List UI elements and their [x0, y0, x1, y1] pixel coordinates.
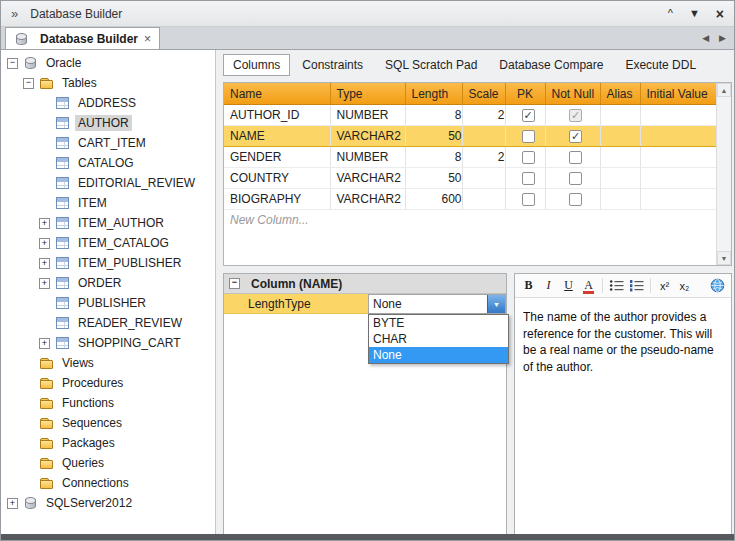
grid-scrollbar[interactable]: ▲ ▼: [716, 83, 731, 265]
cell-type[interactable]: VARCHAR2: [330, 189, 405, 210]
not-null-checkbox[interactable]: [569, 151, 582, 164]
expander-icon[interactable]: [39, 338, 50, 349]
collapse-icon[interactable]: ^: [668, 8, 673, 19]
hyperlink-globe-button[interactable]: [708, 276, 727, 295]
cell-scale[interactable]: [462, 168, 505, 189]
cell-alias[interactable]: [600, 189, 640, 210]
tree-item-tables[interactable]: Tables: [1, 73, 215, 93]
cell-length[interactable]: 600: [405, 189, 462, 210]
cell-length[interactable]: 8: [405, 147, 462, 168]
cell-type[interactable]: NUMBER: [330, 105, 405, 126]
tab-constraints[interactable]: Constraints: [292, 54, 373, 76]
cell-scale[interactable]: [462, 189, 505, 210]
not-null-checkbox[interactable]: [569, 193, 582, 206]
cell-initial-value[interactable]: [640, 189, 717, 210]
pk-checkbox[interactable]: [522, 172, 535, 185]
cell-name[interactable]: GENDER: [224, 147, 330, 168]
table-row[interactable]: NAME VARCHAR2 50: [224, 126, 717, 147]
tree-item-item-publisher[interactable]: ITEM_PUBLISHER: [1, 253, 215, 273]
cell-scale[interactable]: 2: [462, 147, 505, 168]
tab-sql-scratch-pad[interactable]: SQL Scratch Pad: [375, 54, 487, 76]
cell-alias[interactable]: [600, 147, 640, 168]
table-row[interactable]: COUNTRY VARCHAR2 50: [224, 168, 717, 189]
cell-length[interactable]: 50: [405, 168, 462, 189]
expander-icon[interactable]: [7, 498, 18, 509]
scrollbar-track[interactable]: [717, 97, 731, 251]
tab-columns[interactable]: Columns: [223, 54, 290, 76]
pk-checkbox[interactable]: [522, 109, 535, 122]
cell-alias[interactable]: [600, 126, 640, 147]
property-row-lengthtype[interactable]: LengthType None ▼: [224, 294, 506, 314]
cell-name[interactable]: COUNTRY: [224, 168, 330, 189]
new-column-row[interactable]: New Column...: [224, 210, 717, 231]
table-row[interactable]: AUTHOR_ID NUMBER 8 2: [224, 105, 717, 126]
tree-item-oracle[interactable]: Oracle: [1, 53, 215, 73]
cell-alias[interactable]: [600, 168, 640, 189]
cell-alias[interactable]: [600, 105, 640, 126]
cell-length[interactable]: 50: [405, 126, 462, 147]
tab-close-icon[interactable]: ×: [144, 32, 151, 46]
cell-initial-value[interactable]: [640, 126, 717, 147]
cell-type[interactable]: VARCHAR2: [330, 168, 405, 189]
property-group-header[interactable]: Column (NAME): [224, 274, 506, 294]
tree-item-shopping-cart[interactable]: SHOPPING_CART: [1, 333, 215, 353]
cell-name[interactable]: NAME: [224, 126, 330, 147]
not-null-checkbox[interactable]: [569, 130, 582, 143]
cell-scale[interactable]: [462, 126, 505, 147]
tree-item-catalog[interactable]: CATALOG: [1, 153, 215, 173]
cell-initial-value[interactable]: [640, 147, 717, 168]
overflow-chevrons-icon[interactable]: »: [11, 6, 18, 21]
cell-type[interactable]: VARCHAR2: [330, 126, 405, 147]
pk-checkbox[interactable]: [522, 130, 535, 143]
font-color-button[interactable]: A: [579, 276, 598, 295]
tree-item-address[interactable]: ADDRESS: [1, 93, 215, 113]
tree-item-order[interactable]: ORDER: [1, 273, 215, 293]
tab-execute-ddl[interactable]: Execute DDL: [615, 54, 706, 76]
tree-item-procedures[interactable]: Procedures: [1, 373, 215, 393]
cell-initial-value[interactable]: [640, 105, 717, 126]
new-column-label[interactable]: New Column...: [224, 210, 717, 231]
cell-type[interactable]: NUMBER: [330, 147, 405, 168]
not-null-checkbox[interactable]: [569, 172, 582, 185]
pk-checkbox[interactable]: [522, 193, 535, 206]
superscript-button[interactable]: x²: [655, 276, 674, 295]
expander-icon[interactable]: [39, 218, 50, 229]
dropdown-option-byte[interactable]: BYTE: [369, 315, 508, 331]
table-row[interactable]: GENDER NUMBER 8 2: [224, 147, 717, 168]
cell-length[interactable]: 8: [405, 105, 462, 126]
scroll-up-icon[interactable]: ▲: [717, 83, 731, 97]
cell-scale[interactable]: 2: [462, 105, 505, 126]
notes-text[interactable]: The name of the author provides a refere…: [515, 298, 731, 386]
cell-name[interactable]: BIOGRAPHY: [224, 189, 330, 210]
italic-button[interactable]: I: [539, 276, 558, 295]
tab-scroll-right-icon[interactable]: ▶: [719, 33, 726, 43]
collapse-box-icon[interactable]: [229, 278, 240, 289]
pk-checkbox[interactable]: [522, 151, 535, 164]
menu-dropdown-icon[interactable]: ▼: [689, 8, 700, 19]
chevron-down-icon[interactable]: ▼: [487, 295, 505, 313]
tree-item-editorial-review[interactable]: EDITORIAL_REVIEW: [1, 173, 215, 193]
tree-item-cart-item[interactable]: CART_ITEM: [1, 133, 215, 153]
tree-item-publisher[interactable]: PUBLISHER: [1, 293, 215, 313]
tree-item-functions[interactable]: Functions: [1, 393, 215, 413]
expander-icon[interactable]: [23, 78, 34, 89]
cell-name[interactable]: AUTHOR_ID: [224, 105, 330, 126]
table-row[interactable]: BIOGRAPHY VARCHAR2 600: [224, 189, 717, 210]
tree-item-reader-review[interactable]: READER_REVIEW: [1, 313, 215, 333]
close-icon[interactable]: ×: [716, 7, 724, 21]
scroll-down-icon[interactable]: ▼: [717, 251, 731, 265]
tree-item-sequences[interactable]: Sequences: [1, 413, 215, 433]
tree-item-sqlserver2012[interactable]: SQLServer2012: [1, 493, 215, 513]
lengthtype-combobox[interactable]: None ▼: [368, 294, 506, 314]
tab-database-builder[interactable]: Database Builder ×: [5, 27, 160, 49]
bold-button[interactable]: B: [519, 276, 538, 295]
tree-item-queries[interactable]: Queries: [1, 453, 215, 473]
tree-item-author[interactable]: AUTHOR: [1, 113, 215, 133]
tab-scroll-left-icon[interactable]: ◀: [702, 33, 709, 43]
dropdown-option-none[interactable]: None: [369, 347, 508, 363]
underline-button[interactable]: U: [559, 276, 578, 295]
bullet-list-button[interactable]: [607, 276, 626, 295]
tree-item-item-author[interactable]: ITEM_AUTHOR: [1, 213, 215, 233]
expander-icon[interactable]: [39, 258, 50, 269]
tree-item-item-catalog[interactable]: ITEM_CATALOG: [1, 233, 215, 253]
